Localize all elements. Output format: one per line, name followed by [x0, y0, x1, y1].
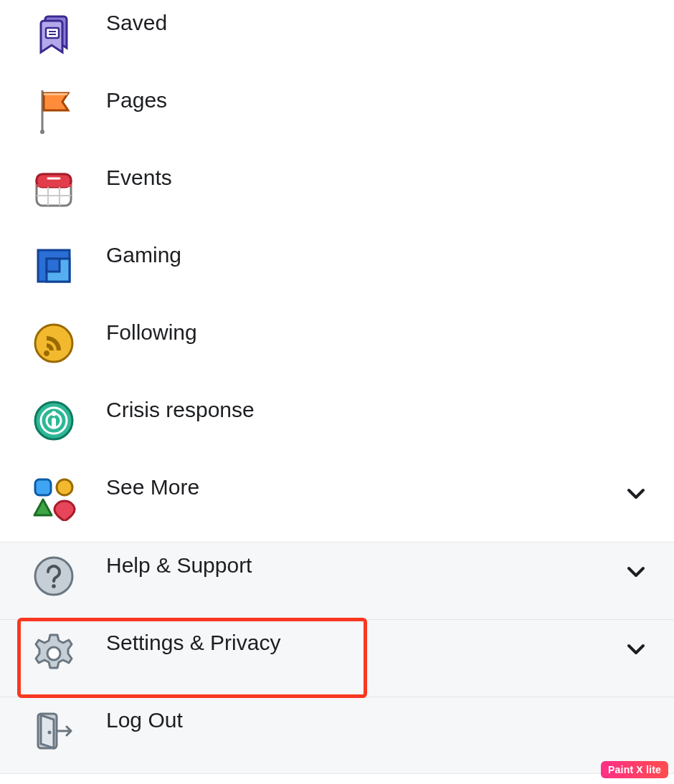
nav-item-settings[interactable]: Settings & Privacy [0, 619, 674, 697]
nav-item-logout[interactable]: Log Out [0, 697, 674, 774]
chevron-down-icon [625, 483, 647, 507]
nav-item-saved[interactable]: Saved [0, 0, 674, 77]
nav-item-label: Crisis response [106, 396, 255, 423]
help-icon [29, 551, 79, 601]
nav-item-label: See More [106, 473, 199, 500]
nav-item-see-more[interactable]: See More [0, 464, 674, 542]
nav-item-label: Help & Support [106, 551, 252, 578]
see-more-icon [29, 473, 79, 523]
svg-rect-0 [46, 28, 59, 38]
nav-item-crisis[interactable]: Crisis response [0, 387, 674, 464]
watermark-badge: Paint X lite [601, 761, 668, 774]
nav-item-label: Events [106, 163, 172, 191]
events-icon [29, 163, 79, 214]
svg-rect-7 [37, 184, 71, 187]
pages-icon [29, 86, 79, 136]
svg-rect-21 [35, 479, 51, 495]
chevron-down-icon [625, 561, 647, 585]
nav-item-following[interactable]: Following [0, 310, 674, 387]
nav-item-help[interactable]: Help & Support [0, 542, 674, 619]
gaming-icon [29, 241, 79, 291]
svg-point-27 [48, 731, 52, 735]
nav-item-label: Log Out [106, 706, 183, 733]
nav-item-label: Pages [106, 86, 167, 113]
nav-item-label: Saved [106, 9, 167, 36]
crisis-icon [29, 396, 79, 446]
nav-item-gaming[interactable]: Gaming [0, 232, 674, 310]
svg-point-23 [35, 558, 72, 595]
svg-point-4 [40, 130, 44, 134]
nav-item-label: Following [106, 318, 197, 345]
svg-rect-20 [52, 418, 56, 428]
logout-icon [29, 706, 79, 756]
nav-menu: Saved Pages Events [0, 0, 674, 774]
nav-item-pages[interactable]: Pages [0, 77, 674, 155]
following-icon [29, 318, 79, 368]
gear-icon [29, 628, 79, 679]
nav-item-events[interactable]: Events [0, 155, 674, 232]
svg-point-24 [52, 584, 56, 588]
svg-point-22 [57, 479, 72, 495]
nav-item-label: Gaming [106, 241, 181, 268]
svg-point-19 [52, 411, 57, 416]
saved-icon [29, 9, 79, 59]
svg-point-25 [47, 647, 60, 660]
nav-item-label: Settings & Privacy [106, 628, 280, 656]
chevron-down-icon [625, 639, 647, 663]
svg-rect-14 [47, 259, 60, 272]
